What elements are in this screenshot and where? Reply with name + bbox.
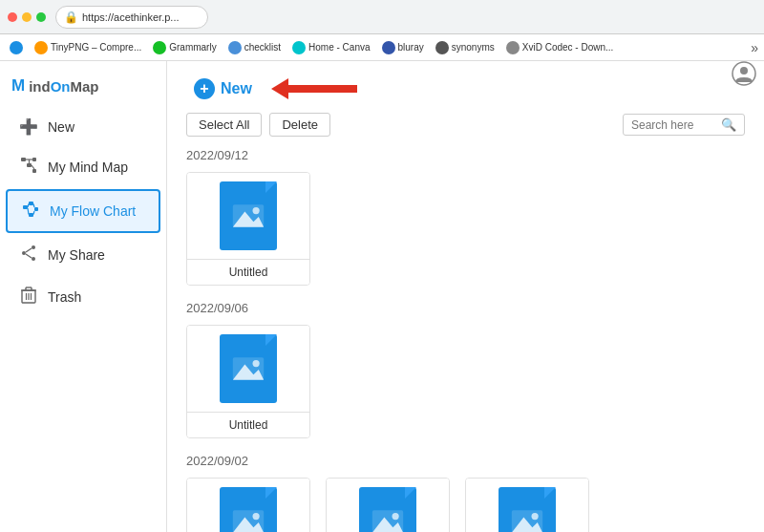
- tab-xvid[interactable]: XviD Codec - Down...: [502, 39, 618, 56]
- search-icon: 🔍: [721, 117, 736, 132]
- logo: M indOnMap: [0, 69, 166, 107]
- date-label-1: 2022/09/12: [186, 148, 745, 162]
- file-icon-2: [220, 334, 277, 403]
- browser-tabs-row: TinyPNG – Compre... Grammarly checklist …: [0, 34, 764, 61]
- date-label-2: 2022/09/06: [186, 301, 745, 315]
- tab-synonyms[interactable]: synonyms: [432, 39, 499, 56]
- logo-text: indOnMap: [29, 78, 98, 95]
- browser-bar: 🔒 https://acethinker.p...: [0, 0, 764, 34]
- sidebar-item-mind-map[interactable]: My Mind Map: [6, 147, 160, 187]
- tab-canva-label: Home - Canva: [308, 42, 370, 53]
- file-card-preview: [187, 173, 309, 259]
- tab-tinypng[interactable]: TinyPNG – Compre...: [31, 39, 145, 56]
- svg-line-19: [26, 254, 32, 258]
- file-card-2-1[interactable]: Untitled: [186, 325, 310, 438]
- svg-line-13: [28, 208, 29, 215]
- red-arrow: [271, 74, 357, 103]
- mind-map-icon: [19, 157, 38, 178]
- svg-line-6: [32, 165, 34, 169]
- file-card-label-1-1: Untitled: [187, 259, 309, 285]
- cards-row-1: Untitled: [186, 172, 745, 286]
- url-bar[interactable]: 🔒 https://acethinker.p...: [55, 6, 208, 29]
- logo-icon: M: [11, 76, 25, 96]
- file-card-preview-2: [187, 326, 309, 412]
- sidebar-flow-chart-label: My Flow Chart: [50, 203, 136, 219]
- sidebar-item-new[interactable]: ➕ New: [6, 108, 160, 145]
- sidebar-new-label: New: [48, 119, 74, 135]
- file-icon-3-1: [220, 487, 277, 532]
- sidebar: M indOnMap ➕ New My: [0, 61, 167, 532]
- file-icon-3-2: [359, 487, 416, 532]
- svg-rect-1: [27, 163, 32, 167]
- new-button[interactable]: + New: [186, 74, 260, 103]
- svg-point-34: [253, 360, 260, 367]
- toolbar: Select All Delete 🔍: [186, 113, 745, 137]
- cards-row-3: [186, 478, 745, 532]
- trash-icon: [19, 287, 38, 308]
- svg-marker-28: [271, 78, 288, 99]
- svg-point-46: [740, 67, 748, 74]
- section-2022-09-06: 2022/09/06 Untitled: [186, 301, 745, 438]
- tab-tinypng-label: TinyPNG – Compre...: [51, 42, 141, 53]
- delete-button[interactable]: Delete: [269, 113, 330, 137]
- file-card-preview-3-3: [466, 479, 588, 532]
- svg-line-11: [28, 204, 29, 208]
- tab-synonyms-label: synonyms: [452, 42, 495, 53]
- main-content: + New Select All Delete 🔍: [167, 61, 764, 532]
- svg-point-37: [253, 513, 260, 520]
- file-card-3-2[interactable]: [326, 478, 450, 532]
- svg-rect-0: [21, 158, 26, 161]
- file-card-preview-3-1: [187, 479, 309, 532]
- sidebar-item-share[interactable]: My Share: [6, 235, 160, 275]
- tab-grammarly-label: Grammarly: [169, 42, 216, 53]
- file-icon-3-3: [499, 487, 556, 532]
- toolbar-left: Select All Delete: [186, 113, 330, 137]
- file-card-label-2-1: Untitled: [187, 412, 309, 437]
- sidebar-item-flow-chart[interactable]: My Flow Chart: [6, 189, 160, 233]
- tab-grammarly[interactable]: Grammarly: [149, 39, 220, 56]
- svg-line-18: [26, 248, 32, 252]
- svg-rect-9: [29, 213, 33, 217]
- tab-bluray[interactable]: bluray: [378, 39, 428, 56]
- svg-point-17: [32, 257, 35, 261]
- tab-canva[interactable]: Home - Canva: [288, 39, 373, 56]
- search-input[interactable]: [631, 118, 717, 132]
- sidebar-item-trash[interactable]: Trash: [6, 277, 160, 317]
- search-box[interactable]: 🔍: [623, 114, 745, 136]
- tab-checklist[interactable]: checklist: [224, 39, 285, 56]
- file-card-1-1[interactable]: Untitled: [186, 172, 310, 286]
- sidebar-share-label: My Share: [48, 247, 105, 263]
- user-icon: [732, 61, 756, 86]
- select-all-button[interactable]: Select All: [186, 113, 262, 137]
- svg-rect-8: [29, 202, 33, 205]
- file-card-3-3[interactable]: [465, 478, 589, 532]
- extend-tabs-icon[interactable]: »: [751, 40, 758, 55]
- cards-row-2: Untitled: [186, 325, 745, 438]
- svg-point-40: [393, 513, 399, 520]
- url-text: https://acethinker.p...: [82, 11, 180, 23]
- file-card-3-1[interactable]: [186, 478, 310, 532]
- sidebar-trash-label: Trash: [48, 289, 81, 305]
- svg-point-31: [253, 207, 260, 214]
- date-label-3: 2022/09/02: [186, 454, 745, 468]
- tab-acethinker[interactable]: [6, 39, 27, 56]
- flow-chart-icon: [21, 201, 40, 222]
- svg-rect-7: [23, 205, 28, 209]
- section-2022-09-12: 2022/09/12 Untitled: [186, 148, 745, 286]
- svg-point-15: [32, 245, 35, 249]
- svg-point-43: [532, 513, 539, 520]
- user-avatar-area[interactable]: [732, 61, 756, 90]
- sidebar-mind-map-label: My Mind Map: [48, 160, 128, 175]
- svg-rect-29: [288, 85, 357, 93]
- file-card-preview-3-2: [327, 479, 449, 532]
- share-icon: [19, 245, 38, 266]
- tab-xvid-label: XviD Codec - Down...: [522, 42, 614, 53]
- file-icon: [220, 181, 277, 250]
- tab-bluray-label: bluray: [398, 42, 424, 53]
- svg-rect-2: [32, 158, 36, 161]
- svg-line-12: [33, 204, 34, 208]
- section-2022-09-02: 2022/09/02: [186, 454, 745, 532]
- tab-checklist-label: checklist: [244, 42, 281, 53]
- svg-line-14: [33, 211, 34, 215]
- main-top-bar: + New: [186, 61, 745, 113]
